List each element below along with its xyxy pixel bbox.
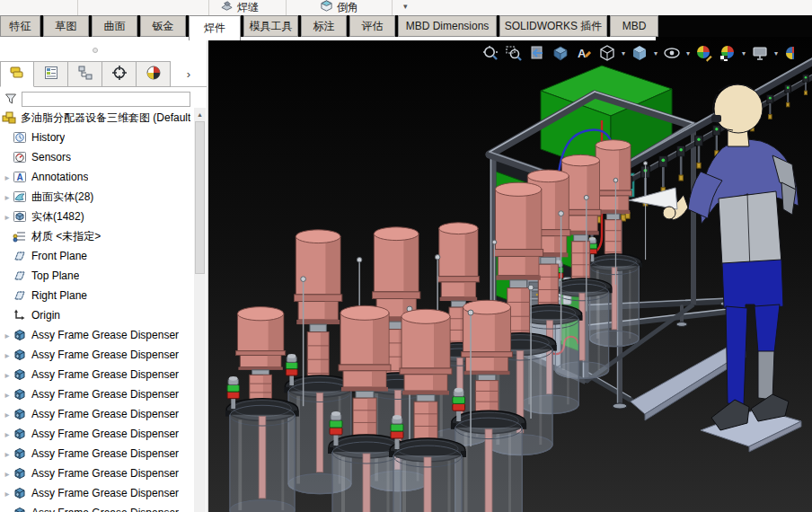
dynamic-annotation-views-icon[interactable]: A	[575, 44, 593, 62]
chamfer-button[interactable]: 倒角	[320, 0, 358, 16]
tab-特征[interactable]: 特征	[0, 15, 40, 37]
display-style-icon[interactable]	[631, 44, 649, 62]
tree-item-assy-frame-grease-dispenser[interactable]: ▸Assy Frame Grease Dispenser	[0, 463, 192, 483]
tree-item-assy-frame-grease-dispenser[interactable]: ▸Assy Frame Grease Dispenser	[0, 345, 192, 365]
mannequin-headset	[711, 115, 721, 122]
tree-item-right-plane[interactable]: Right Plane	[0, 286, 192, 305]
expand-arrow[interactable]: ▸	[2, 212, 13, 222]
tree-item-assembly-root[interactable]: 多油脂分配器设备三维套图 (Default	[0, 108, 192, 128]
tree-item-label: Assy Frame Grease Dispenser	[31, 329, 179, 341]
zoom-to-area-icon[interactable]	[505, 44, 523, 62]
tab-草图[interactable]: 草图	[43, 15, 89, 37]
chamfer-label: 倒角	[337, 0, 358, 15]
tree-item-assy-frame-grease-dispenser[interactable]: ▸Assy Frame Grease Dispenser	[0, 365, 192, 384]
scrollbar-up-arrow[interactable]: ▲	[194, 108, 206, 120]
tab-underline	[0, 37, 656, 40]
dropdown-arrow-icon[interactable]: ▾	[622, 49, 625, 57]
expand-arrow[interactable]: ▸	[2, 410, 13, 419]
tab-曲面[interactable]: 曲面	[92, 15, 137, 37]
headsup-toolbar: A▾▾▾▾▾	[481, 43, 794, 63]
expand-arrow[interactable]: ▸	[2, 489, 13, 499]
section-view-icon[interactable]	[552, 44, 569, 62]
clipped-toolbar-icon[interactable]	[783, 44, 794, 62]
graphics-viewport[interactable]: A▾▾▾▾▾	[207, 37, 812, 512]
component-icon	[13, 348, 27, 362]
expand-arrow[interactable]: ▸	[2, 429, 13, 439]
expand-arrow[interactable]: ▸	[2, 390, 13, 400]
ribbon-overflow-arrow[interactable]: ▾	[403, 2, 408, 11]
tree-item-label: Assy Frame Grease Dispenser	[31, 467, 179, 480]
expand-arrow[interactable]: ▸	[2, 172, 13, 182]
expand-arrow[interactable]: ▸	[2, 350, 13, 360]
panel-tab-featuremanager-tree[interactable]	[0, 61, 34, 87]
tab-评估[interactable]: 评估	[349, 15, 395, 37]
panel-tab-displaymanager[interactable]	[137, 61, 171, 87]
svg-text:A: A	[578, 47, 587, 60]
featuretree-scrollbar[interactable]: ▲	[194, 108, 206, 512]
tree-item-top-plane[interactable]: Top Plane	[0, 266, 192, 286]
expand-arrow[interactable]: ▸	[2, 331, 13, 340]
scrollbar-thumb[interactable]	[195, 121, 205, 274]
tree-item-assy-frame-grease-dispenser[interactable]: ▸Assy Frame Grease Dispenser	[0, 483, 192, 503]
tree-item-assy-frame-grease-dispenser[interactable]: ▸Assy Frame Grease Dispenser	[0, 384, 192, 404]
weld-bead-button[interactable]: 焊缝	[220, 0, 259, 16]
dropdown-arrow-icon[interactable]: ▾	[654, 49, 658, 57]
expand-arrow[interactable]: ▸	[2, 449, 13, 459]
filter-funnel-icon	[4, 92, 18, 106]
tab-mbd-dimensions[interactable]: MBD Dimensions	[398, 15, 497, 37]
3d-viewport-scene[interactable]	[208, 37, 812, 512]
ribbon-separator	[392, 0, 393, 15]
panel-tabs: ›	[0, 61, 207, 87]
tab-模具工具[interactable]: 模具工具	[243, 15, 298, 37]
tree-item--28-[interactable]: ▸曲面实体(28)	[0, 187, 192, 207]
panel-expand-arrow[interactable]: ›	[171, 61, 207, 86]
component-icon	[13, 407, 27, 421]
tab-标注[interactable]: 标注	[301, 15, 347, 37]
tree-item-label: 多油脂分配器设备三维套图 (Default	[21, 110, 190, 126]
zoom-to-fit-icon[interactable]	[481, 44, 499, 62]
tree-filter-input[interactable]	[22, 92, 190, 107]
weld-bead-icon	[220, 0, 234, 15]
expand-arrow[interactable]: ▸	[2, 508, 13, 512]
tree-item-assy-frame-grease-dispenser[interactable]: ▸Assy Frame Grease Dispenser	[0, 444, 192, 463]
tree-item-origin[interactable]: Origin	[0, 305, 192, 325]
dropdown-arrow-icon[interactable]: ▾	[686, 49, 690, 57]
ribbon-separator	[286, 0, 287, 15]
configurationmanager-icon	[77, 65, 93, 84]
dropdown-arrow-icon[interactable]: ▾	[774, 49, 778, 57]
tab-mbd[interactable]: MBD	[610, 15, 658, 37]
previous-view-icon[interactable]	[528, 44, 546, 62]
ribbon-separator	[208, 0, 209, 15]
panel-tab-dimxpertmanager[interactable]	[102, 61, 137, 87]
apply-scene-icon[interactable]	[719, 44, 737, 62]
tab-焊件[interactable]: 焊件	[189, 15, 241, 40]
expand-arrow[interactable]: ▸	[2, 370, 13, 380]
expand-arrow[interactable]: ▸	[2, 469, 13, 479]
tree-item-assy-frame-grease-dispenser[interactable]: ▸Assy Frame Grease Dispenser	[0, 424, 192, 444]
panel-collapse-handle[interactable]	[93, 48, 98, 53]
tree-item-label: Assy Frame Grease Dispenser	[31, 428, 179, 440]
edit-appearance-icon[interactable]	[695, 44, 713, 62]
panel-tab-propertymanager[interactable]	[34, 61, 68, 87]
panel-tab-configurationmanager[interactable]	[68, 61, 102, 87]
tree-item-label: Assy Frame Grease Dispenser	[31, 408, 179, 420]
tree-item-assy-frame-grease-dispenser[interactable]: ▸Assy Frame Grease Dispenser	[0, 325, 192, 345]
mannequin-head	[714, 84, 763, 133]
tree-item-front-plane[interactable]: Front Plane	[0, 246, 192, 266]
annotations-icon: A	[13, 170, 27, 184]
component-icon	[13, 466, 27, 481]
tab-solidworks-插件[interactable]: SOLIDWORKS 插件	[499, 15, 607, 37]
expand-arrow[interactable]: ▸	[2, 192, 13, 202]
tree-item-history[interactable]: History	[0, 128, 192, 147]
tree-item-assy-frame-grease-dispenser[interactable]: ▸Assy Frame Grease Dispenser	[0, 503, 192, 512]
tree-item-annotations[interactable]: ▸AAnnotations	[0, 167, 192, 187]
hide-show-items-icon[interactable]	[663, 44, 681, 62]
tree-item--1482-[interactable]: ▸实体(1482)	[0, 207, 192, 226]
tree-item-sensors[interactable]: Sensors	[0, 147, 192, 167]
dropdown-arrow-icon[interactable]: ▾	[742, 49, 746, 57]
view-settings-icon[interactable]	[751, 44, 769, 62]
tree-item-assy-frame-grease-dispenser[interactable]: ▸Assy Frame Grease Dispenser	[0, 404, 192, 424]
view-orientation-icon[interactable]	[598, 44, 616, 62]
tree-item--[interactable]: 材质 <未指定>	[0, 226, 192, 246]
tab-钣金[interactable]: 钣金	[140, 15, 186, 37]
